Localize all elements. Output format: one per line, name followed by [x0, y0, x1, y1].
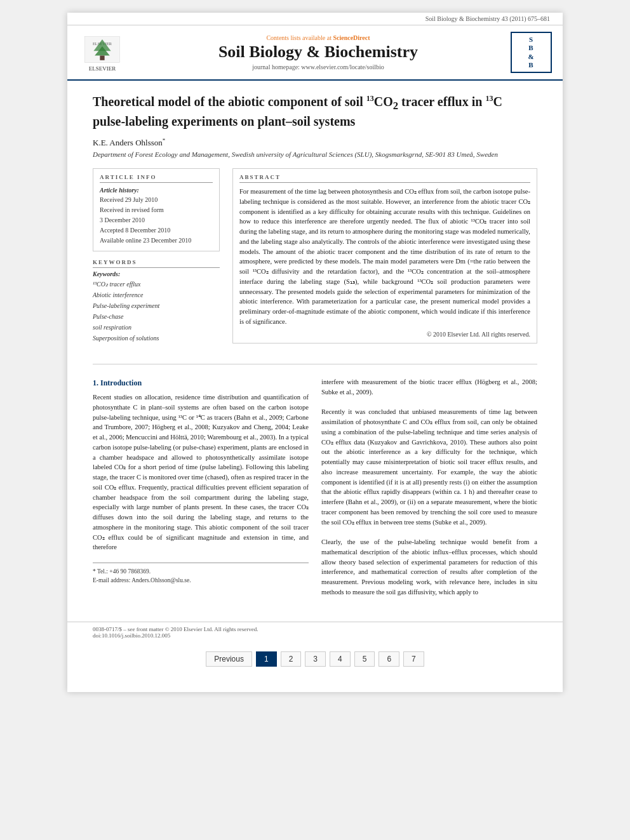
top-bar: Soil Biology & Biochemistry 43 (2011) 67…	[67, 13, 563, 25]
keyword-5: soil respiration	[93, 322, 220, 333]
keyword-2: Abiotic interference	[93, 290, 220, 300]
abstract-header: ABSTRACT	[239, 174, 530, 183]
intro-left-text: Recent studies on allocation, residence …	[93, 392, 309, 552]
previous-button[interactable]: Previous	[206, 651, 252, 667]
journal-center: Contents lists available at ScienceDirec…	[131, 34, 506, 70]
article-body: Theoretical model of the abiotic compone…	[67, 81, 563, 615]
article-title: Theoretical model of the abiotic compone…	[93, 93, 537, 130]
right-column: ABSTRACT For measurement of the time lag…	[232, 168, 537, 351]
footnote-email: E-mail address: Anders.Ohlsson@slu.se.	[93, 576, 309, 585]
journal-title: Soil Biology & Biochemistry	[131, 43, 506, 62]
intro-section: 1. Introduction Recent studies on alloca…	[93, 377, 537, 603]
journal-header: ELSEVIER ELSEVIER Contents lists availab…	[67, 25, 563, 81]
journal-citation: Soil Biology & Biochemistry 43 (2011) 67…	[426, 15, 550, 22]
abstract-section: ABSTRACT For measurement of the time lag…	[232, 168, 537, 343]
article-dates: Received 29 July 2010 Received in revise…	[100, 195, 213, 246]
journal-homepage: journal homepage: www.elsevier.com/locat…	[131, 63, 506, 70]
article-page: Soil Biology & Biochemistry 43 (2011) 67…	[67, 13, 563, 692]
sciencedirect-link-text[interactable]: ScienceDirect	[333, 34, 370, 41]
elsevier-logo: ELSEVIER	[80, 34, 124, 65]
divider	[93, 364, 537, 364]
journal-logo-right: SB&B	[506, 32, 556, 73]
page-5-button[interactable]: 5	[354, 651, 375, 667]
sciencedirect-line: Contents lists available at ScienceDirec…	[131, 34, 506, 41]
keywords-section: KEYWORDS Keywords: ¹³CO₂ tracer efflux A…	[93, 259, 220, 343]
footnotes: * Tel.: +46 90 7868369. E-mail address: …	[93, 563, 309, 585]
page-1-button[interactable]: 1	[256, 651, 277, 667]
intro-right-col: interfere with measurement of the biotic…	[321, 377, 537, 603]
bottom-bar: 0038-0717/$ – see front matter © 2010 El…	[67, 622, 563, 643]
elsevier-text: ELSEVIER	[89, 65, 116, 72]
keyword-1: ¹³CO₂ tracer efflux	[93, 279, 220, 290]
keyword-6: Superposition of solutions	[93, 333, 220, 343]
info-abstract-columns: ARTICLE INFO Article history: Received 2…	[93, 168, 537, 351]
keyword-3: Pulse-labeling experiment	[93, 300, 220, 311]
article-info-box: ARTICLE INFO Article history: Received 2…	[93, 168, 220, 251]
journal-logo-box: SB&B	[511, 32, 552, 73]
intro-section-title: 1. Introduction	[93, 377, 309, 389]
abstract-text: For measurement of the time lag between …	[239, 187, 530, 327]
pagination: Previous 1 2 3 4 5 6 7	[67, 643, 563, 667]
keyword-4: Pulse-chase	[93, 311, 220, 322]
page-4-button[interactable]: 4	[330, 651, 351, 667]
elsevier-logo-area: ELSEVIER ELSEVIER	[74, 34, 131, 72]
page-7-button[interactable]: 7	[403, 651, 424, 667]
article-history-label: Article history:	[100, 187, 213, 194]
intro-right-text: interfere with measurement of the biotic…	[321, 377, 537, 597]
svg-rect-4	[100, 55, 104, 60]
issn-line: 0038-0717/$ – see front matter © 2010 El…	[93, 626, 537, 632]
page-3-button[interactable]: 3	[305, 651, 326, 667]
page-6-button[interactable]: 6	[379, 651, 399, 667]
authors: K.E. Anders Ohlsson*	[93, 137, 537, 148]
page-2-button[interactable]: 2	[281, 651, 302, 667]
doi-line: doi:10.1016/j.soilbio.2010.12.005	[93, 632, 537, 639]
footnote-tel: * Tel.: +46 90 7868369.	[93, 567, 309, 576]
affiliation: Department of Forest Ecology and Managem…	[93, 150, 537, 158]
keywords-header: KEYWORDS	[93, 259, 220, 268]
keywords-list: ¹³CO₂ tracer efflux Abiotic interference…	[93, 279, 220, 343]
intro-left-col: 1. Introduction Recent studies on alloca…	[93, 377, 309, 603]
keywords-label: Keywords:	[93, 270, 220, 277]
copyright: © 2010 Elsevier Ltd. All rights reserved…	[239, 331, 530, 338]
left-column: ARTICLE INFO Article history: Received 2…	[93, 168, 220, 351]
article-info-header: ARTICLE INFO	[100, 174, 213, 183]
